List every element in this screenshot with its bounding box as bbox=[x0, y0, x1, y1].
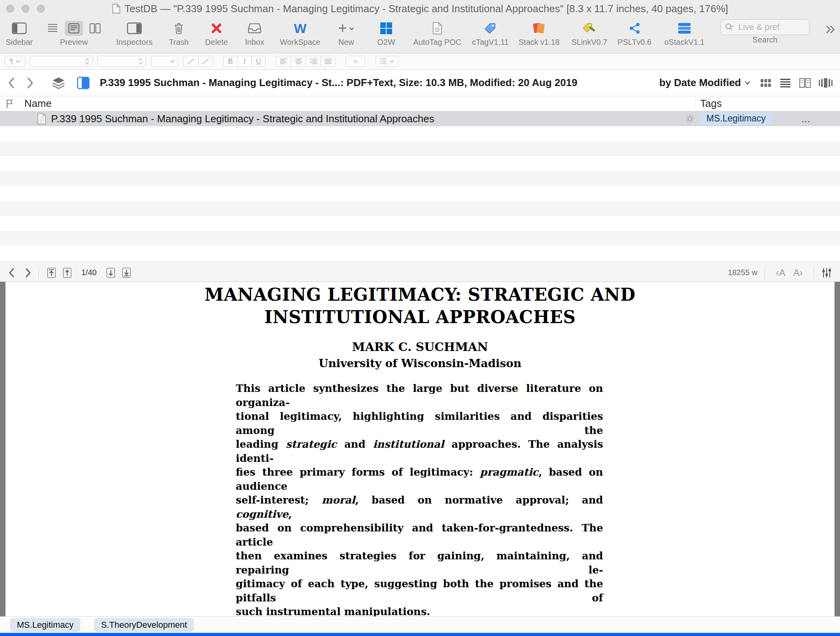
inspectors-icon bbox=[127, 19, 142, 37]
back-button[interactable] bbox=[7, 76, 16, 90]
inbox-button[interactable]: Inbox bbox=[233, 19, 276, 47]
main-toolbar: Sidebar Preview Inspectors bbox=[0, 17, 840, 53]
windows-logo-icon bbox=[380, 19, 392, 37]
align-right-icon bbox=[310, 58, 317, 64]
stepper-icon bbox=[138, 58, 143, 65]
divider bbox=[39, 267, 39, 279]
align-justify-button[interactable] bbox=[321, 56, 336, 67]
yellow-tag-pencil-icon bbox=[583, 19, 596, 37]
document-tag-bar: MS.Legitimacy S.TheoryDevelopment bbox=[0, 616, 840, 633]
gear-icon[interactable] bbox=[685, 114, 695, 123]
search-area: Live & pref Search bbox=[721, 19, 809, 44]
delete-button[interactable]: Delete bbox=[195, 19, 238, 47]
forward-button[interactable] bbox=[26, 76, 35, 90]
column-view-button[interactable] bbox=[799, 78, 811, 88]
flag-column-icon[interactable] bbox=[6, 99, 14, 109]
caret-down-icon bbox=[170, 60, 175, 63]
paragraph-style-dropdown[interactable]: ¶ bbox=[5, 56, 25, 67]
ostack-button[interactable]: oStackV1.1 bbox=[663, 19, 706, 47]
line-spacing-dropdown[interactable] bbox=[346, 56, 365, 67]
decrease-font-button[interactable]: ‹A bbox=[772, 267, 789, 278]
tags-column-header[interactable]: Tags bbox=[700, 97, 722, 110]
search-icon bbox=[725, 23, 735, 31]
autotag-button[interactable]: AutoTag POC bbox=[412, 19, 463, 47]
italic-button[interactable]: I bbox=[237, 56, 251, 67]
align-left-button[interactable] bbox=[276, 56, 291, 67]
window-controls bbox=[6, 5, 45, 13]
inbox-tray-icon bbox=[248, 19, 261, 37]
title-bar: TestDB — "P.339 1995 Suchman - Managing … bbox=[0, 0, 840, 17]
previous-page-button[interactable] bbox=[62, 267, 73, 279]
column-divider[interactable] bbox=[695, 99, 696, 108]
item-name: P.339 1995 Suchman - Managing Legitimacy… bbox=[51, 113, 434, 125]
document-proxy-icon[interactable] bbox=[112, 4, 121, 14]
autotag-document-icon bbox=[432, 19, 443, 37]
last-page-button[interactable] bbox=[121, 267, 132, 279]
tag-pill[interactable]: S.TheoryDevelopment bbox=[94, 618, 194, 632]
list-view-button[interactable] bbox=[779, 78, 791, 88]
pdf-back-button[interactable] bbox=[8, 267, 15, 278]
divider bbox=[765, 267, 765, 279]
ctag-button[interactable]: cTagV1.11 bbox=[469, 19, 512, 47]
paper-abstract: This article synthesizes the large but d… bbox=[236, 382, 603, 616]
sort-dropdown[interactable]: by Date Modified bbox=[659, 77, 750, 89]
underline-button[interactable]: U bbox=[251, 56, 266, 67]
paper-title: MANAGING LEGITIMACY: STRATEGIC AND INSTI… bbox=[6, 283, 834, 328]
font-typeface-combo[interactable] bbox=[97, 56, 146, 67]
trash-button[interactable]: Trash bbox=[157, 19, 200, 47]
workspace-button[interactable]: W WorkSpace bbox=[279, 19, 322, 47]
text-color-button[interactable] bbox=[183, 56, 198, 67]
highlight-color-button[interactable] bbox=[198, 56, 213, 67]
search-input[interactable]: Live & pref bbox=[721, 19, 809, 35]
new-button[interactable]: New bbox=[325, 19, 368, 47]
align-center-button[interactable] bbox=[291, 56, 306, 67]
preview-split-button[interactable] bbox=[86, 21, 104, 36]
icon-view-button[interactable] bbox=[760, 78, 772, 88]
minimize-button[interactable] bbox=[22, 5, 29, 13]
first-page-button[interactable] bbox=[46, 267, 57, 279]
stack-cards-icon bbox=[532, 19, 546, 37]
pdf-page: MANAGING LEGITIMACY: STRATEGIC AND INSTI… bbox=[6, 282, 834, 616]
stack-button[interactable]: Stack v1.18 bbox=[517, 19, 561, 47]
bold-button[interactable]: B bbox=[223, 56, 237, 67]
preview-group: Preview bbox=[42, 19, 105, 47]
font-family-combo[interactable] bbox=[30, 56, 93, 67]
list-style-dropdown[interactable] bbox=[376, 56, 398, 67]
caret-down-icon bbox=[389, 60, 394, 63]
stepper-icon bbox=[85, 58, 89, 65]
paper-author: MARK C. SUCHMAN bbox=[6, 340, 834, 354]
tag-overflow-indicator[interactable]: ... bbox=[801, 113, 810, 125]
preview-document-button[interactable] bbox=[65, 21, 83, 36]
o2w-button[interactable]: O2W bbox=[365, 19, 408, 47]
name-column-header[interactable]: Name bbox=[24, 97, 51, 110]
diagonal-line-icon bbox=[187, 58, 195, 65]
blue-tag-icon bbox=[484, 19, 497, 37]
zoom-button[interactable] bbox=[37, 5, 45, 13]
split-pane-icon[interactable] bbox=[77, 77, 90, 89]
increase-font-button[interactable]: A› bbox=[789, 267, 807, 278]
inspectors-button[interactable]: Inspectors bbox=[113, 19, 156, 47]
pdf-forward-button[interactable] bbox=[24, 267, 31, 278]
display-settings-icon[interactable] bbox=[821, 267, 832, 279]
tag-pill[interactable]: MS.Legitimacy bbox=[10, 618, 80, 632]
coverflow-view-button[interactable] bbox=[819, 78, 833, 88]
empty-rows bbox=[0, 126, 840, 264]
preview-list-button[interactable] bbox=[44, 21, 62, 36]
pdf-viewer[interactable]: MANAGING LEGITIMACY: STRATEGIC AND INSTI… bbox=[0, 282, 840, 616]
next-page-button[interactable] bbox=[105, 267, 116, 279]
pslt-button[interactable]: PSLTv0.6 bbox=[613, 19, 656, 47]
sidebar-button[interactable]: Sidebar bbox=[0, 19, 39, 47]
layers-icon[interactable] bbox=[52, 77, 65, 89]
workspace-w-icon: W bbox=[294, 19, 306, 37]
caret-down-icon bbox=[745, 81, 750, 85]
devonthink-window: TestDB — "P.339 1995 Suchman - Managing … bbox=[0, 0, 840, 636]
close-button[interactable] bbox=[6, 5, 14, 13]
sidebar-icon bbox=[12, 19, 27, 37]
list-item-selected[interactable]: P.339 1995 Suchman - Managing Legitimacy… bbox=[0, 111, 840, 126]
list-bullets-icon bbox=[380, 58, 387, 64]
tag-badge[interactable]: MS.Legitimacy bbox=[700, 112, 772, 125]
align-right-button[interactable] bbox=[306, 56, 321, 67]
slink-button[interactable]: SLinkV0.7 bbox=[568, 19, 611, 47]
font-size-combo[interactable] bbox=[151, 56, 178, 67]
toolbar-overflow-button[interactable] bbox=[822, 24, 838, 35]
